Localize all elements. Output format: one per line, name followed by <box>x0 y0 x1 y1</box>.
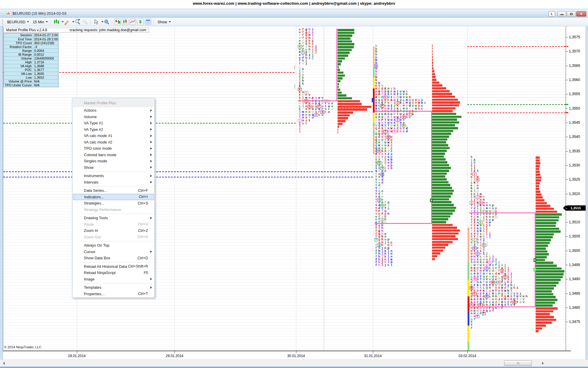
volume-histogram-bar <box>536 304 553 307</box>
menu-item-data-series[interactable]: Data Series...Ctrl+F <box>73 187 154 194</box>
tpo-profile-3-row: ijkmno <box>470 202 488 204</box>
submenu-arrow-icon <box>150 160 152 162</box>
menu-item-strategies[interactable]: Strategies...Ctrl+S <box>73 200 154 207</box>
profile-marker <box>534 268 536 271</box>
session-open-strip <box>468 326 469 342</box>
menu-item-show[interactable]: Show <box>73 164 154 171</box>
menu-separator <box>83 262 153 263</box>
price-label: 1,3550 <box>569 106 580 110</box>
menu-item-va-calc-mode-2[interactable]: VA calc mode #2 <box>73 139 154 146</box>
tpo-profile-2-row: QRSTUW <box>375 139 393 141</box>
volume-histogram-bar <box>432 62 433 64</box>
menu-separator <box>83 214 153 214</box>
volume-histogram-bar <box>432 93 452 95</box>
volume-histogram-bar <box>432 133 451 135</box>
volume-histogram-bar <box>338 66 339 68</box>
volume-histogram-bar <box>338 29 354 31</box>
submenu-arrow-icon <box>150 166 152 169</box>
menu-item-properties[interactable]: Properties...Ctrl+T <box>73 291 154 297</box>
volume-histogram-bar <box>536 321 552 324</box>
menu-item-zoom-in[interactable]: Zoom InCtrl+Z <box>73 227 154 234</box>
date-label: 30.01.2014 <box>287 354 305 358</box>
session-gridline <box>175 26 175 351</box>
volume-histogram-bar <box>432 130 453 132</box>
info-row-end-time: End Time2014-01-28 2:00 <box>4 37 58 41</box>
menu-item-volume[interactable]: Volume <box>73 114 154 120</box>
volume-histogram-bar <box>432 50 433 52</box>
info-value: 1,3677 <box>33 68 58 72</box>
scroll-left-arrow[interactable] <box>3 362 5 365</box>
volume-histogram-bar <box>536 236 553 238</box>
menu-item-indicators[interactable]: Indicators...Ctrl+I <box>73 194 154 200</box>
menu-item-va-type-2[interactable]: VA Type #2 <box>73 126 154 133</box>
indicator-name: Market Profile Plus v.2.4.8 <box>6 28 69 32</box>
volume-histogram-bar <box>432 70 434 72</box>
menu-item-singles-mode[interactable]: Singles mode <box>73 158 154 164</box>
dashed-price-line <box>467 113 566 113</box>
volume-histogram-bar <box>432 53 433 55</box>
menu-item-image[interactable]: Image <box>73 276 154 283</box>
volume-histogram-bar <box>536 179 541 181</box>
menu-item-actions[interactable]: Actions <box>73 107 154 114</box>
volume-histogram-bar <box>338 46 354 48</box>
menu-separator <box>83 171 153 172</box>
submenu-arrow-icon <box>150 147 152 150</box>
menu-item-reload-all-historical-data[interactable]: Reload All Historical DataCtrl+Shift+R <box>73 263 154 270</box>
volume-histogram-bar <box>432 195 451 198</box>
menu-item-tpo-color-mode[interactable]: TPO color mode <box>73 145 154 152</box>
info-row-volume: Volume13649000000 <box>4 56 58 60</box>
info-row-poc: POC1,3677 <box>4 68 58 72</box>
price-label: 1,3530 <box>569 163 580 167</box>
menu-item-va-calc-mode-1[interactable]: VA calc mode #1 <box>73 133 154 139</box>
menu-item-colored-bars-mode[interactable]: Colored bars mode <box>73 152 154 158</box>
volume-histogram-bar <box>536 276 563 278</box>
volume-histogram-bar <box>432 232 459 235</box>
horizontal-scrollbar[interactable] <box>0 359 588 367</box>
volume-histogram-bar <box>536 191 540 193</box>
volume-histogram-bar <box>536 285 556 287</box>
price-label: 1,3565 <box>569 64 580 68</box>
menu-item-show-data-box[interactable]: Show Data BoxCtrl+D <box>73 255 154 261</box>
volume-histogram-bar <box>338 128 338 131</box>
volume-histogram-bar <box>536 242 550 244</box>
volume-histogram-bar <box>432 56 433 58</box>
info-value: -3 <box>33 45 58 49</box>
session-open-strip <box>468 280 469 296</box>
menu-item-intervals[interactable]: Intervals <box>73 179 154 186</box>
price-label: 1,3575 <box>569 35 580 39</box>
volume-histogram-bar <box>536 162 540 164</box>
value-area-outline <box>375 223 432 224</box>
volume-histogram-bar <box>432 136 449 138</box>
menu-item-drawing-tools[interactable]: Drawing Tools <box>73 215 154 221</box>
info-row-volume-price: Volume @ PriceN/A <box>4 79 58 83</box>
volume-histogram-bar <box>432 187 452 189</box>
price-label: 1,3525 <box>569 177 580 181</box>
menu-item-reload-ninjascript[interactable]: Reload NinjaScriptF5 <box>73 270 154 276</box>
scrollbar-thumb[interactable] <box>504 360 532 366</box>
price-label: 1,3495 <box>569 263 580 267</box>
menu-item-va-type-1[interactable]: VA Type #1 <box>73 120 154 126</box>
price-label: 1,3485 <box>569 291 580 296</box>
volume-histogram-bar <box>432 224 453 226</box>
profile-marker <box>430 199 433 202</box>
volume-histogram-bar <box>536 245 548 247</box>
menu-item-instruments[interactable]: Instruments <box>73 173 154 179</box>
volume-histogram-bar <box>432 47 433 50</box>
volume-histogram-bar <box>432 250 443 252</box>
menu-item-always-on-top[interactable]: Always On Top <box>73 242 154 249</box>
volume-histogram-bar <box>536 213 562 216</box>
session-gridline <box>296 26 296 351</box>
volume-histogram-bar <box>338 49 352 51</box>
menu-item-paste: PasteCtrl+V <box>73 221 154 228</box>
tpo-profile-2-row: SXYZab <box>375 159 393 161</box>
menu-item-templates[interactable]: Templates <box>73 284 154 291</box>
submenu-arrow-icon <box>150 141 152 143</box>
volume-histogram-bar <box>338 126 339 128</box>
volume-histogram-bar <box>432 227 457 229</box>
volume-histogram-bar <box>536 268 562 270</box>
value-area-outline <box>469 212 536 213</box>
profile-marker <box>534 258 536 262</box>
info-label: TPO Under Cursor <box>4 83 33 87</box>
scroll-right-arrow[interactable] <box>542 362 544 365</box>
menu-item-cursor[interactable]: Cursor <box>73 249 154 255</box>
